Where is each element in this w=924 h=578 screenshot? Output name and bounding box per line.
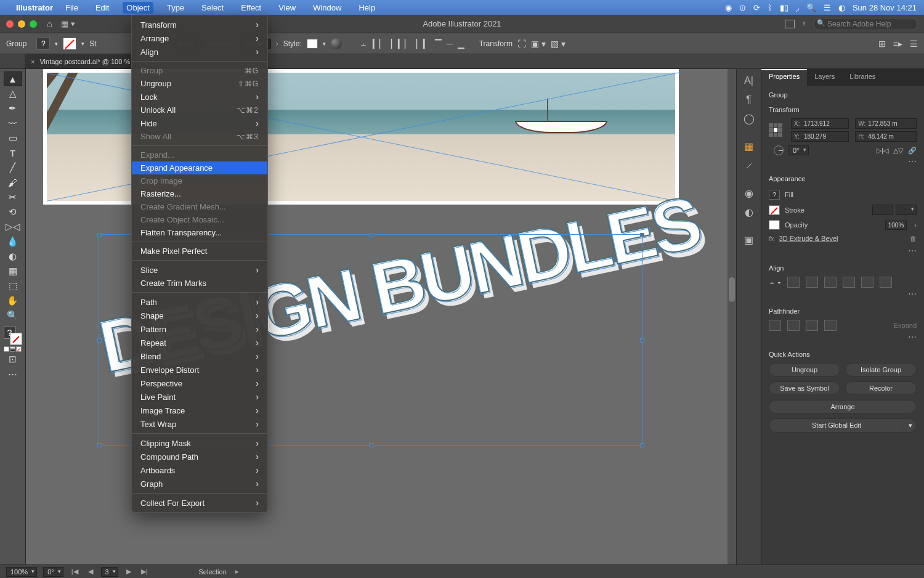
media-icon[interactable]: ⊙	[739, 3, 746, 12]
mac-menu-file[interactable]: File	[62, 2, 82, 14]
swatches-panel-icon[interactable]: ▦	[740, 139, 758, 154]
document-tab[interactable]: × Vintage postcard.ai* @ 100 %	[25, 54, 136, 68]
gradient-tool[interactable]: ▦	[4, 264, 22, 279]
control-center-icon[interactable]: ☰	[824, 3, 831, 12]
selection-handle-s[interactable]	[369, 443, 373, 447]
arrange-button[interactable]: Arrange	[769, 400, 917, 413]
pathfinder-minus-icon[interactable]	[787, 320, 800, 331]
align-top-icon[interactable]	[843, 277, 855, 288]
tab-libraries[interactable]: Libraries	[842, 69, 883, 86]
paragraph-panel-icon[interactable]: ¶	[740, 92, 758, 107]
transform-link[interactable]: Transform	[479, 39, 513, 48]
menu-item[interactable]: Path	[132, 295, 267, 309]
reference-point-grid[interactable]	[769, 123, 782, 137]
align-bottom-icon[interactable]	[880, 277, 892, 288]
valign-middle-icon[interactable]: ─	[447, 39, 453, 49]
menu-item[interactable]: Ungroup⇧⌘G	[132, 77, 267, 90]
curvature-tool[interactable]: 〰	[4, 116, 22, 131]
shape-mode-icon[interactable]: ▣ ▾	[531, 39, 546, 49]
selection-handle-sw[interactable]	[97, 443, 102, 447]
pen-tool[interactable]: ✒	[4, 101, 22, 116]
selection-handle-ne[interactable]	[640, 233, 644, 237]
opacity-input-panel[interactable]: 100%	[885, 221, 907, 230]
isolate-group-button[interactable]: Isolate Group	[845, 363, 917, 377]
window-zoom-icon[interactable]	[30, 20, 37, 28]
menu-item[interactable]: Artboards	[132, 463, 267, 477]
bluetooth-icon[interactable]: ᛒ	[768, 3, 772, 12]
sync-icon[interactable]: ⟳	[753, 3, 760, 12]
global-edit-button[interactable]: Start Global Edit ▾	[769, 418, 917, 433]
rotate-view-combo[interactable]: 0°	[43, 567, 63, 577]
ungroup-button[interactable]: Ungroup	[769, 363, 840, 377]
menu-item[interactable]: Arrange	[132, 31, 267, 45]
selection-handle-n[interactable]	[369, 233, 373, 237]
pathfinder-intersect-icon[interactable]	[806, 320, 818, 331]
eyedropper-tool[interactable]: 💧	[4, 234, 22, 249]
doc-tab-close-icon[interactable]: ×	[31, 58, 34, 65]
rotate-tool[interactable]: ⟲	[4, 205, 22, 219]
screen-mode-tool[interactable]: ⊡	[4, 352, 22, 367]
mac-menu-edit[interactable]: Edit	[92, 2, 113, 14]
mac-menu-effect[interactable]: Effect	[237, 2, 265, 14]
align-right-icon[interactable]	[824, 277, 837, 288]
transform-h-input[interactable]: H:48.142 m	[855, 131, 917, 142]
mac-clock[interactable]: Sun 28 Nov 14:21	[853, 3, 917, 12]
direct-selection-tool[interactable]: △	[4, 86, 22, 101]
selection-handle-nw[interactable]	[97, 233, 102, 237]
mac-app-name[interactable]: Illustrator	[16, 3, 53, 12]
layers-panel-icon[interactable]: ▣	[740, 232, 758, 248]
halign-center-icon[interactable]: ▏▎▏	[391, 39, 411, 49]
graphic-style-swatch[interactable]	[307, 39, 318, 49]
last-artboard-icon[interactable]: ▶|	[139, 568, 150, 576]
align-more-icon[interactable]: ⋯	[769, 289, 917, 299]
selection-handle-se[interactable]	[640, 443, 644, 447]
arrange-icon[interactable]: ≡▸	[893, 39, 902, 49]
align-left-icon[interactable]	[787, 277, 800, 288]
mac-menu-type[interactable]: Type	[163, 2, 188, 14]
menu-item[interactable]: Clipping Mask	[132, 436, 267, 450]
align-to-selector[interactable]: ⫠ ▾	[769, 279, 781, 286]
menu-item[interactable]: Compound Path	[132, 450, 267, 463]
appearance-more-icon[interactable]: ⋯	[769, 246, 917, 256]
global-edit-dropdown-icon[interactable]: ▾	[904, 421, 916, 429]
menu-item[interactable]: Make Pixel Perfect	[132, 245, 267, 258]
menu-item[interactable]: Hide	[132, 116, 267, 130]
menu-item[interactable]: Create Trim Marks	[132, 277, 267, 290]
save-as-symbol-button[interactable]: Save as Symbol	[769, 381, 840, 395]
opacity-swatch-panel[interactable]	[769, 220, 780, 230]
menu-item[interactable]: Perspective	[132, 377, 267, 390]
help-search-input[interactable]: Search Adobe Help	[813, 18, 918, 30]
battery-icon[interactable]: ▮▯	[780, 3, 788, 12]
status-info-icon[interactable]: ▸	[235, 568, 239, 576]
mac-menu-window[interactable]: Window	[309, 2, 345, 14]
align-vcenter-icon[interactable]	[861, 277, 873, 288]
pathfinder-unite-icon[interactable]	[769, 320, 781, 331]
selection-handle-w[interactable]	[97, 338, 102, 343]
stroke-profile-combo[interactable]	[896, 205, 917, 215]
share-icon[interactable]	[785, 20, 795, 28]
transform-w-input[interactable]: W:172.853 m	[855, 118, 917, 129]
zoom-combo[interactable]: 100%	[6, 567, 37, 577]
line-tool[interactable]: ╱	[4, 160, 22, 175]
vertical-scrollbar[interactable]	[727, 69, 736, 564]
halign-right-icon[interactable]: ▏▎	[416, 39, 430, 49]
menu-item[interactable]: Envelope Distort	[132, 363, 267, 377]
rectangle-tool[interactable]: ▭	[4, 131, 22, 145]
next-artboard-icon[interactable]: ▶	[124, 568, 133, 576]
wifi-icon[interactable]: ◞	[796, 3, 799, 12]
valign-bottom-icon[interactable]: ▁	[458, 39, 464, 49]
fill-swatch-panel[interactable]: ?	[769, 190, 780, 200]
stroke-weight-input[interactable]	[872, 205, 893, 215]
selection-handle-e[interactable]	[640, 338, 644, 343]
menu-item[interactable]: Shape	[132, 309, 267, 322]
menu-item[interactable]: Live Paint	[132, 390, 267, 404]
halign-left-icon[interactable]: ▎▏	[373, 39, 386, 49]
stroke-swatch[interactable]	[63, 38, 76, 50]
align-to-icon[interactable]: ⫠	[359, 39, 368, 49]
pathfinder-exclude-icon[interactable]	[824, 320, 837, 331]
valign-top-icon[interactable]: ▔	[435, 39, 442, 49]
siri-icon[interactable]: ◐	[838, 3, 845, 12]
menu-item[interactable]: Transform	[132, 18, 267, 31]
zoom-tool[interactable]: 🔍	[4, 308, 22, 323]
mac-menu-select[interactable]: Select	[198, 2, 227, 14]
